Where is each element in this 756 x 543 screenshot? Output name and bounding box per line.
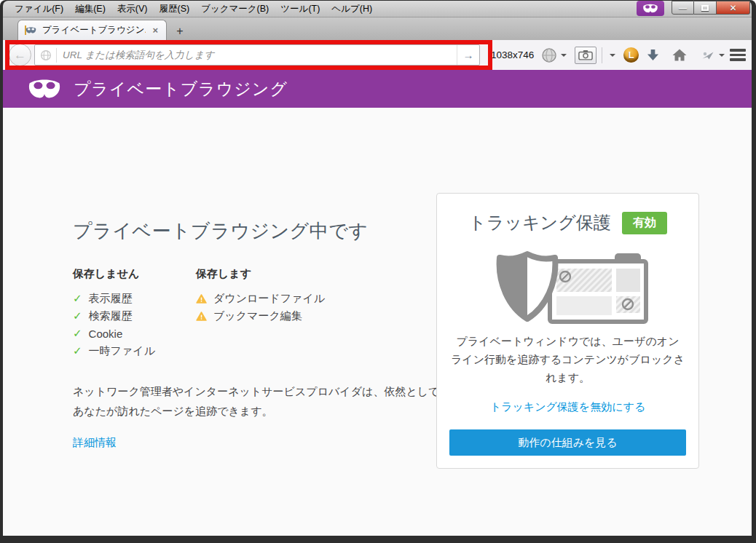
chevron-down-icon[interactable] [561,54,567,57]
warning-icon [196,312,207,321]
minimize-button[interactable]: — [672,1,694,15]
list-item: ✓表示履歴 [73,290,155,307]
warning-icon [196,294,207,304]
url-bar[interactable]: → [34,44,480,66]
tab-title: プライベートブラウジン... [42,24,146,36]
hamburger-icon [730,54,746,57]
screenshot-button[interactable] [575,47,596,64]
addon-button[interactable] [699,47,717,63]
page-title: プライベートブラウジング中です [73,218,449,244]
list-item-label: Cookie [89,328,123,340]
lastpass-button[interactable]: L [623,47,639,63]
tab-bar: プライベートブラウジン... × + [3,17,752,40]
resolution-globe-button[interactable] [540,46,559,65]
private-browsing-header: プライベートブラウジング [3,70,752,108]
check-icon: ✓ [73,344,82,357]
menu-tools[interactable]: ツール(T) [275,1,326,17]
menu-view[interactable]: 表示(V) [111,1,154,17]
list-item: ブックマーク編集 [196,307,325,325]
learn-more-link[interactable]: 詳細情報 [73,436,117,450]
downloads-button[interactable] [645,47,661,63]
close-button[interactable]: ✕ [717,1,750,15]
hamburger-icon [730,49,746,52]
shield-window-illustration [484,249,653,325]
home-button[interactable] [670,47,689,63]
not-saved-title: 保存しません [73,267,155,281]
private-mask-favicon [25,25,37,35]
list-item-label: 検索履歴 [89,309,133,323]
menu-panel-button[interactable] [727,46,749,64]
not-saved-column: 保存しません ✓表示履歴 ✓検索履歴 ✓Cookie ✓一時ファイル [73,267,155,360]
private-browsing-badge [637,1,664,16]
chevron-down-icon[interactable] [610,54,615,57]
menu-help[interactable]: ヘルプ(H) [326,1,378,17]
mask-icon [25,27,36,33]
home-icon [672,49,687,61]
list-item: ✓一時ファイル [73,342,155,360]
toolbar-separator [602,47,602,63]
addon-icon [701,49,714,61]
list-item-label: 一時ファイル [89,344,155,358]
mask-icon [28,79,61,99]
globe-icon [542,48,556,63]
back-button[interactable]: ← [9,44,31,66]
check-icon: ✓ [73,292,82,305]
status-badge: 有効 [622,212,667,234]
menu-bookmarks[interactable]: ブックマーク(B) [195,1,275,17]
chevron-down-icon[interactable] [719,54,725,57]
maximize-icon [701,5,709,11]
card-description: プライベートウィンドウでは、ユーザのオンライン行動を追跡するコンテンツがブロック… [449,332,686,387]
download-arrow-icon [647,49,659,61]
list-item-label: ブックマーク編集 [213,309,302,323]
tab-private-browsing[interactable]: プライベートブラウジン... × [17,20,167,40]
navigation-toolbar: ← → 756x543 [3,40,752,70]
private-info-section: プライベートブラウジング中です 保存しません ✓表示履歴 ✓検索履歴 ✓Cook… [73,218,449,450]
tracking-protection-card: トラッキング保護 有効 [436,193,699,469]
header-title: プライベートブラウジング [74,78,288,100]
tab-close-icon[interactable]: × [151,25,160,36]
list-item-label: ダウンロードファイル [213,292,325,306]
new-tab-button[interactable]: + [169,22,191,40]
list-item: ダウンロードファイル [196,290,325,307]
go-arrow-button[interactable]: → [457,45,479,65]
globe-icon [40,49,52,61]
list-item-label: 表示履歴 [89,292,133,306]
disable-tracking-link[interactable]: トラッキング保護を無効にする [490,400,646,414]
check-icon: ✓ [73,327,82,340]
menu-history[interactable]: 履歴(S) [153,1,195,17]
list-item: ✓検索履歴 [73,307,155,325]
saved-title: 保存します [196,267,325,281]
page-content: プライベートブラウジング中です 保存しません ✓表示履歴 ✓検索履歴 ✓Cook… [3,108,752,536]
saved-column: 保存します ダウンロードファイル [196,267,325,360]
maximize-button[interactable] [694,1,717,15]
shield-graphic [449,249,686,325]
titlebar: ファイル(F) 編集(E) 表示(V) 履歴(S) ブックマーク(B) ツール(… [3,1,752,17]
tracking-note: ネットワーク管理者やインターネットサービスプロバイダは、依然としてあなたが訪れた… [73,381,449,421]
mask-icon [642,4,658,13]
card-title: トラッキング保護 [468,211,610,234]
url-input[interactable] [57,45,457,65]
resolution-label: 756x543 [491,49,534,60]
list-item: ✓Cookie [73,325,155,342]
check-icon: ✓ [73,309,82,322]
menu-edit[interactable]: 編集(E) [69,1,111,17]
menu-file[interactable]: ファイル(F) [9,1,69,17]
camera-icon [578,49,593,60]
how-it-works-button[interactable]: 動作の仕組みを見る [449,429,686,456]
hamburger-icon [730,58,746,61]
browser-window: ファイル(F) 編集(E) 表示(V) 履歴(S) ブックマーク(B) ツール(… [0,0,756,543]
